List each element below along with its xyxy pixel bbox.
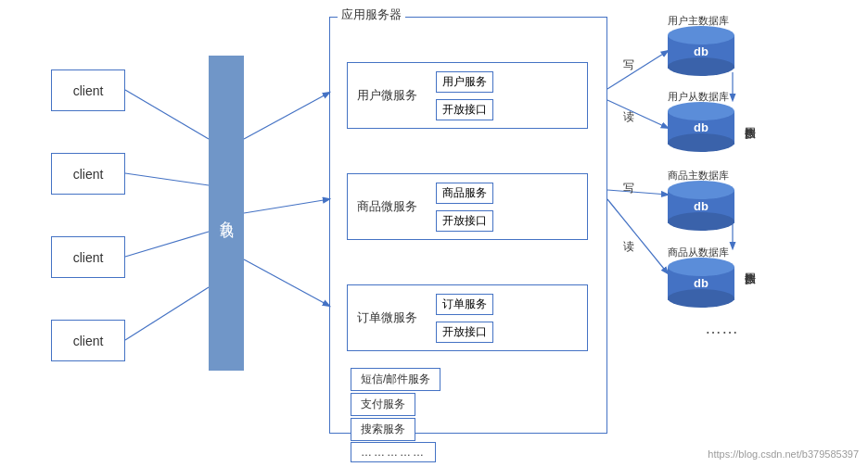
product-microservice: 商品微服务 商品服务 开放接口 [347,173,588,240]
order-open-api-box: 开放接口 [436,322,493,343]
client-box-2: client [51,153,125,195]
client-box-4: client [51,320,125,361]
read-label-1: 读 [623,109,634,125]
order-microservice-label: 订单微服务 [348,309,427,326]
user-microservice-label: 用户微服务 [348,87,427,104]
svg-line-3 [125,287,209,340]
product-open-api-box: 开放接口 [436,210,493,232]
data-sync-label-1: 数据同步 [742,119,758,156]
client-box-1: client [51,69,125,111]
svg-line-0 [125,90,209,139]
product-slave-db: db [668,258,734,308]
svg-line-1 [125,173,209,185]
more-service: …………… [351,442,436,462]
svg-line-4 [244,93,329,139]
svg-line-7 [607,51,668,89]
order-microservice: 订单微服务 订单服务 开放接口 [347,284,588,351]
order-service-box: 订单服务 [436,294,493,315]
svg-line-10 [607,199,668,273]
svg-line-5 [244,199,329,213]
user-master-db-label: 用户主数据库 [668,14,729,28]
load-balancer-label: 负载 [218,209,236,217]
diagram-container: …… client client client client 负载 应用服务器 … [0,0,868,467]
svg-line-9 [607,190,668,195]
user-service-box: 用户服务 [436,71,493,93]
product-master-db: db [668,181,734,231]
product-microservice-label: 商品微服务 [348,198,427,215]
app-server: 应用服务器 用户微服务 用户服务 开放接口 商品微服务 商品服务 开放接口 订单… [329,17,607,434]
read-label-2: 读 [623,239,634,255]
watermark: https://blog.csdn.net/b379585397 [708,448,859,460]
data-sync-label-2: 数据同步 [742,264,758,301]
user-slave-db: db [668,102,734,152]
client-box-3: client [51,236,125,278]
product-slave-db-label: 商品从数据库 [668,246,729,259]
search-service: 搜索服务 [351,418,415,441]
svg-line-6 [244,259,329,306]
user-master-db: db [668,26,734,76]
svg-line-8 [607,100,668,128]
user-open-api-box: 开放接口 [436,99,493,120]
product-service-box: 商品服务 [436,183,493,204]
user-slave-db-label: 用户从数据库 [668,90,729,104]
write-label-1: 写 [623,57,634,73]
write-label-2: 写 [623,181,634,196]
user-microservice: 用户微服务 用户服务 开放接口 [347,62,588,129]
svg-text:……: …… [705,319,738,337]
load-balancer: 负载 [209,56,244,371]
app-server-title: 应用服务器 [338,6,405,23]
product-master-db-label: 商品主数据库 [668,169,729,183]
svg-line-2 [125,232,209,257]
pay-service: 支付服务 [351,393,415,416]
sms-service: 短信/邮件服务 [351,368,440,391]
